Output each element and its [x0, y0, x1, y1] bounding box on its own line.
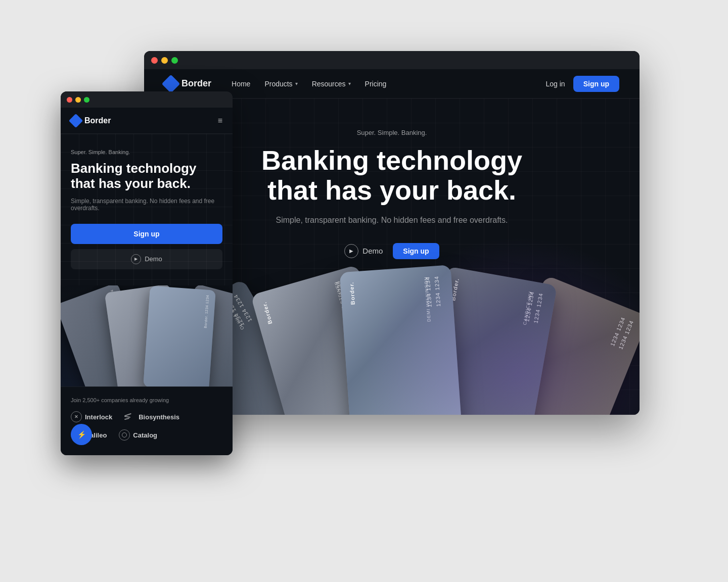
mobile-logo-diamond [69, 113, 83, 127]
play-circle-icon: ▶ [344, 244, 358, 258]
mobile-logo-text: Border [84, 116, 111, 125]
card-2-logo: Border. [261, 301, 273, 325]
scene: Border Home Products ▾ Resources ▾ Prici… [61, 51, 667, 531]
tl-close[interactable] [151, 57, 158, 64]
mobile-cards-section: Border. 1234 1234 Border. 1234 1234 Bord… [61, 285, 233, 386]
biosynthesis-label: Biosynthesis [139, 413, 179, 421]
mobile-fab[interactable]: ⚡ [71, 424, 92, 445]
card-5-number: 1234 12341234 1234 [608, 316, 636, 351]
mobile-tl-minimize[interactable] [75, 97, 81, 103]
interlock-icon: ✕ [71, 411, 82, 422]
nav-pricing[interactable]: Pricing [365, 80, 387, 88]
card-4-number: 1234 12341234 1234 [523, 290, 545, 324]
mobile-social-proof: Join 2,500+ companies already growing ✕ … [61, 386, 233, 455]
desktop-nav-links: Home Products ▾ Resources ▾ Pricing [232, 80, 526, 88]
desktop-signup-button[interactable]: Sign up [573, 76, 619, 92]
desktop-logo-text: Border [181, 78, 211, 89]
mobile-card-3: Border. 1234 1234 [143, 286, 216, 386]
company-logos-row-2: Galileo Catalog [71, 429, 222, 441]
nav-home[interactable]: Home [232, 80, 250, 88]
biosynthesis-line-3 [124, 418, 129, 420]
cards-visual: Border. OLIVIA RHYE 1234 12341234 1234 B… [215, 263, 569, 415]
mobile-hero: Super. Simple. Banking. Banking technolo… [61, 134, 233, 285]
desktop-cta-row: ▶ Demo Sign up [164, 243, 619, 259]
company-biosynthesis: Biosynthesis [124, 411, 179, 422]
fab-icon: ⚡ [77, 430, 86, 439]
desktop-demo-button[interactable]: ▶ Demo [344, 244, 383, 258]
mobile-signup-button[interactable]: Sign up [71, 224, 222, 244]
nav-products[interactable]: Products ▾ [264, 80, 297, 88]
mobile-window: Border ≡ Super. Simple. Banking. Banking… [61, 91, 233, 455]
mobile-subtitle: Simple, transparent banking. No hidden f… [71, 198, 222, 212]
catalog-icon [119, 429, 130, 441]
social-proof-text: Join 2,500+ companies already growing [71, 397, 222, 403]
catalog-label: Catalog [133, 431, 157, 439]
company-interlock: ✕ Interlock [71, 411, 112, 422]
mobile-card-3-text: Border. 1234 1234 [204, 295, 210, 328]
biosynthesis-icon [124, 411, 135, 422]
desktop-hero-title: Banking technology that has your back. [240, 146, 543, 206]
desktop-logo-diamond [162, 74, 180, 93]
tl-maximize[interactable] [171, 57, 178, 64]
nav-resources[interactable]: Resources ▾ [312, 80, 351, 88]
mobile-tl-close[interactable] [67, 97, 72, 103]
mobile-play-icon: ▶ [131, 254, 141, 264]
card-3-logo: Border. [348, 281, 356, 305]
desktop-hero-tagline: Super. Simple. Banking. [164, 129, 619, 136]
mobile-tagline: Super. Simple. Banking. [71, 149, 222, 155]
desktop-hero-subtitle: Simple, transparent banking. No hidden f… [164, 216, 619, 225]
desktop-titlebar [144, 51, 640, 69]
company-catalog: Catalog [119, 429, 157, 441]
resources-chevron-icon: ▾ [348, 81, 351, 86]
company-logos-row-1: ✕ Interlock Biosynthesis [71, 411, 222, 422]
catalog-inner-icon [122, 432, 127, 438]
desktop-hero-signup-button[interactable]: Sign up [393, 243, 439, 259]
desktop-logo[interactable]: Border [164, 77, 211, 90]
products-chevron-icon: ▾ [295, 81, 298, 86]
tl-minimize[interactable] [161, 57, 168, 64]
mobile-demo-button[interactable]: ▶ Demo [71, 249, 222, 269]
hamburger-icon[interactable]: ≡ [218, 116, 222, 125]
bank-card-3: Border. DEMI WILKINSON 1234 12341234 123… [340, 265, 463, 415]
mobile-tl-maximize[interactable] [84, 97, 89, 103]
card-3-number: 1234 12341234 1234 [423, 276, 443, 308]
mobile-titlebar [61, 91, 233, 108]
interlock-label: Interlock [85, 413, 112, 421]
login-button[interactable]: Log in [546, 80, 565, 88]
mobile-logo[interactable]: Border [71, 116, 111, 126]
mobile-title: Banking technology that has your back. [71, 161, 222, 191]
desktop-nav-actions: Log in Sign up [546, 76, 619, 92]
mobile-navbar: Border ≡ [61, 108, 233, 134]
